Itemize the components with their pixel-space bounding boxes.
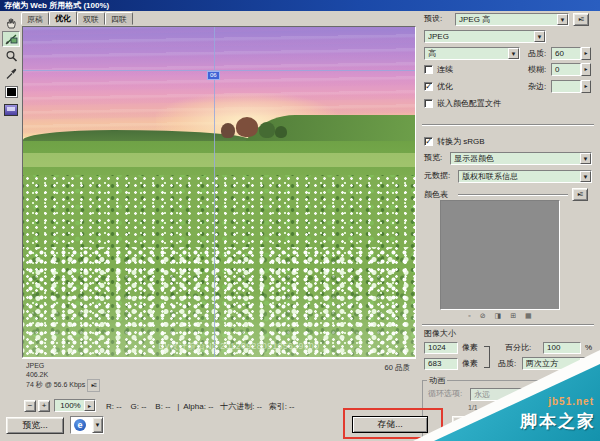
window-titlebar[interactable]: 存储为 Web 所用格式 (100%) — [0, 0, 600, 11]
separator — [422, 324, 594, 326]
divider: | — [177, 402, 179, 411]
convert-srgb-checkbox[interactable]: ✓ 转换为 sRGB — [424, 136, 485, 147]
zoom-level-value: 100% — [58, 400, 83, 411]
browser-globe-icon: e — [74, 419, 86, 431]
menu-icon: ▸≡ — [91, 382, 96, 388]
embed-profile-checkbox[interactable]: 嵌入颜色配置文件 — [424, 98, 501, 109]
window-title: 存储为 Web 所用格式 (100%) — [4, 1, 109, 10]
index-label: 索引: — [269, 402, 287, 411]
eyedropper-color-swatch[interactable] — [2, 84, 20, 99]
tab-4up[interactable]: 四联 — [105, 12, 133, 25]
preview-in-browser-button[interactable]: 预览... — [6, 417, 64, 434]
preset-dropdown[interactable]: JPEG 高 ▼ — [455, 13, 569, 26]
slice-select-tool[interactable] — [2, 31, 20, 47]
optimized-image-preview[interactable]: 06 By设计前沿No.2012092809185629600 — [23, 27, 415, 357]
zoom-tool[interactable] — [2, 48, 20, 64]
swatch-color-black — [7, 88, 16, 96]
slider-arrow-icon[interactable]: ▸ — [581, 80, 591, 93]
browser-select-chip[interactable]: e ▼ — [70, 416, 104, 434]
eyedropper-tool[interactable] — [2, 65, 20, 81]
eyedropper-icon — [5, 67, 18, 80]
percent-unit: % — [585, 341, 592, 354]
checkbox-checked: ✓ — [424, 137, 433, 146]
slider-arrow-icon[interactable]: ▸ — [581, 47, 591, 60]
quality-stepper[interactable]: 60 ▸ — [551, 47, 591, 60]
blur-label: 模糊: — [528, 63, 546, 76]
progressive-checkbox[interactable]: 连续 — [424, 64, 453, 75]
optimized-label: 优化 — [437, 81, 453, 92]
compression-value: 高 — [428, 48, 507, 59]
photo-credit-watermark: By设计前沿No.2012092809185629600 — [73, 341, 405, 353]
magnifier-icon — [5, 50, 18, 63]
matte-label: 杂边: — [528, 80, 546, 93]
preset-label: 预设: — [424, 12, 442, 25]
tab-optimized[interactable]: 优化 — [49, 11, 77, 25]
checkbox-unchecked — [424, 65, 433, 74]
add-color-icon[interactable]: ⊞ — [510, 312, 516, 320]
chevron-down-icon: ▼ — [508, 48, 519, 59]
height-value: 683 — [428, 359, 441, 368]
slider-arrow-icon: ▸ — [84, 400, 95, 411]
color-table-panel — [440, 200, 560, 310]
g-label: G: — [130, 402, 138, 411]
chevron-down-icon: ▼ — [557, 14, 568, 25]
hand-icon — [5, 16, 18, 29]
width-value: 1024 — [428, 343, 446, 352]
progressive-label: 连续 — [437, 64, 453, 75]
compression-quality-dropdown[interactable]: 高 ▼ — [424, 47, 520, 60]
toggle-slices-button[interactable] — [2, 102, 20, 117]
checkbox-unchecked — [424, 99, 433, 108]
optimize-info-strip: JPEG 406.2K 74 秒 @ 56.6 Kbps ▸≡ 60 品质 — [22, 358, 416, 396]
chevron-down-icon: ▼ — [580, 153, 591, 164]
web-shift-icon[interactable]: ⊘ — [480, 312, 486, 320]
alpha-label: Alpha: — [183, 402, 206, 411]
optimized-checkbox[interactable]: ✓ 优化 — [424, 81, 453, 92]
hand-tool[interactable] — [2, 14, 20, 30]
chevron-down-icon: ▼ — [534, 31, 545, 42]
blur-stepper[interactable]: 0 ▸ — [551, 63, 591, 76]
percent-field[interactable]: 100 — [543, 342, 581, 354]
tab-original-label: 原稿 — [27, 15, 43, 24]
height-field[interactable]: 683 — [424, 358, 458, 370]
matte-picker[interactable]: ▸ — [551, 80, 591, 93]
tab-2up[interactable]: 双联 — [77, 12, 105, 25]
zoom-out-icon: − — [28, 401, 33, 410]
check-icon: ✓ — [425, 82, 432, 91]
separator — [458, 194, 568, 196]
quality-readout: 60 品质 — [385, 363, 410, 373]
r-label: R: — [106, 402, 114, 411]
b-value: -- — [165, 402, 170, 411]
preview-mode-dropdown[interactable]: 显示器颜色 ▼ — [450, 152, 592, 165]
checkbox-checked: ✓ — [424, 82, 433, 91]
photo-light-band — [23, 153, 415, 167]
slider-arrow-icon[interactable]: ▸ — [581, 63, 591, 76]
preset-value: JPEG 高 — [459, 14, 556, 25]
download-speed-menu-button[interactable]: ▸≡ — [87, 379, 100, 392]
metadata-label: 元数据: — [424, 169, 450, 182]
zoom-in-icon: + — [42, 401, 47, 410]
map-transparency-icon[interactable]: ▫ — [468, 312, 470, 320]
matte-value — [551, 80, 581, 93]
lock-color-icon[interactable]: ◨ — [495, 312, 502, 320]
preset-menu-button[interactable]: ▸≡ — [573, 13, 589, 26]
metadata-dropdown[interactable]: 版权和联系信息 ▼ — [458, 170, 592, 183]
zoom-level-dropdown[interactable]: 100% ▸ — [54, 399, 96, 412]
color-readout-bar: R: -- G: -- B: -- | Alpha: -- 十六进制: -- 索… — [106, 401, 294, 412]
browser-dropdown-arrow[interactable]: ▼ — [92, 417, 103, 433]
image-size-label: 图像大小 — [424, 327, 456, 340]
tab-original[interactable]: 原稿 — [21, 12, 49, 25]
chevron-down-icon: ▼ — [580, 171, 591, 182]
color-table-menu-button[interactable]: ▸≡ — [572, 188, 588, 201]
width-field[interactable]: 1024 — [424, 342, 458, 354]
zoom-out-button[interactable]: − — [24, 400, 36, 412]
menu-icon: ▸≡ — [579, 16, 584, 22]
slice-number-badge: 06 — [207, 71, 220, 80]
zoom-in-button[interactable]: + — [38, 400, 50, 412]
delete-color-icon[interactable]: ▦ — [525, 312, 532, 320]
format-dropdown[interactable]: JPEG ▼ — [424, 30, 546, 43]
quality-label: 品质: — [528, 47, 546, 60]
convert-srgb-label: 转换为 sRGB — [437, 136, 485, 147]
b-label: B: — [155, 402, 163, 411]
photo-tree — [259, 122, 275, 138]
width-unit: 像素 — [462, 341, 478, 354]
